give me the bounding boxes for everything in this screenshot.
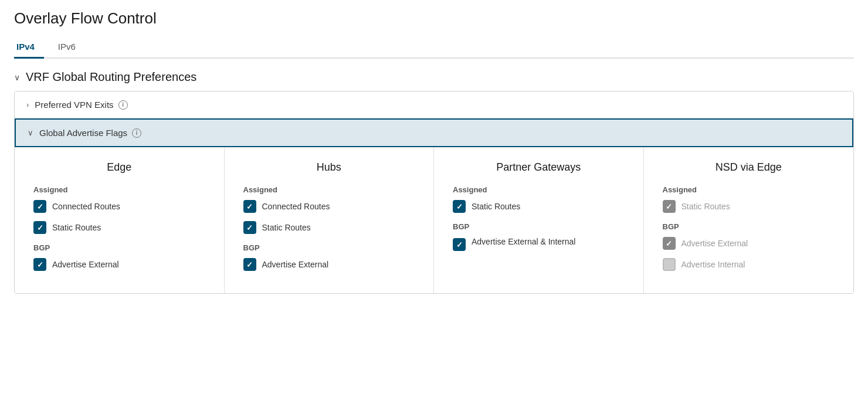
pg-static-routes-row: ✓ Static Routes — [453, 200, 625, 213]
edge-advertise-external-check-icon: ✓ — [37, 261, 43, 269]
vrf-section-header[interactable]: ∨ VRF Global Routing Preferences — [14, 70, 854, 84]
edge-connected-routes-row: ✓ Connected Routes — [33, 200, 205, 213]
global-advertise-info-icon: i — [132, 128, 141, 138]
global-advertise-label: Global Advertise Flags — [39, 128, 127, 138]
page-title: Overlay Flow Control — [14, 9, 854, 28]
column-nsd-via-edge: NSD via Edge Assigned ✓ Static Routes BG… — [644, 147, 854, 293]
edge-connected-routes-label: Connected Routes — [52, 202, 120, 211]
hubs-advertise-external-item: ✓ Advertise External — [243, 258, 329, 271]
preferred-vpn-chevron-icon: › — [26, 100, 29, 109]
column-edge: Edge Assigned ✓ Connected Routes ✓ — [15, 147, 225, 293]
hubs-bgp-label: BGP — [243, 243, 415, 252]
pg-static-routes-checkbox[interactable]: ✓ — [453, 200, 466, 213]
edge-bgp-label: BGP — [33, 243, 205, 252]
pg-assigned-label: Assigned — [453, 185, 625, 194]
column-hubs-title: Hubs — [243, 161, 415, 174]
edge-static-routes-row: ✓ Static Routes — [33, 221, 205, 234]
tabs-bar: IPv4 IPv6 — [14, 37, 854, 59]
hubs-advertise-external-label: Advertise External — [262, 260, 329, 269]
page-container: Overlay Flow Control IPv4 IPv6 ∨ VRF Glo… — [0, 0, 868, 414]
column-nsd-title: NSD via Edge — [663, 161, 835, 174]
edge-static-routes-item: ✓ Static Routes — [33, 221, 101, 234]
hubs-static-routes-item: ✓ Static Routes — [243, 221, 311, 234]
pg-advertise-ext-int-item: ✓ Advertise External & Internal — [453, 237, 575, 251]
hubs-connected-routes-row: ✓ Connected Routes — [243, 200, 415, 213]
nsd-advertise-external-item: ✓ Advertise External — [663, 237, 748, 250]
preferred-vpn-exits-row[interactable]: › Preferred VPN Exits i — [15, 91, 853, 118]
pg-static-routes-item: ✓ Static Routes — [453, 200, 520, 213]
hubs-static-routes-row: ✓ Static Routes — [243, 221, 415, 234]
nsd-advertise-internal-item: Advertise Internal — [663, 258, 745, 271]
hubs-static-routes-check-icon: ✓ — [246, 224, 253, 232]
column-hubs: Hubs Assigned ✓ Connected Routes ✓ — [225, 147, 435, 293]
edge-static-routes-checkbox[interactable]: ✓ — [33, 221, 46, 234]
hubs-advertise-external-checkbox[interactable]: ✓ — [243, 258, 256, 271]
edge-advertise-external-item: ✓ Advertise External — [33, 258, 119, 271]
nsd-advertise-internal-checkbox[interactable] — [663, 258, 676, 271]
tab-ipv6[interactable]: IPv6 — [56, 37, 85, 57]
preferred-vpn-info-icon: i — [118, 100, 128, 110]
hubs-connected-routes-label: Connected Routes — [262, 202, 330, 211]
columns-grid: Edge Assigned ✓ Connected Routes ✓ — [15, 147, 853, 293]
nsd-advertise-external-row: ✓ Advertise External — [663, 237, 835, 250]
nsd-static-routes-row: ✓ Static Routes — [663, 200, 835, 213]
hubs-connected-routes-check-icon: ✓ — [246, 203, 253, 211]
global-advertise-flags-row[interactable]: ∨ Global Advertise Flags i — [15, 118, 853, 147]
nsd-static-routes-label: Static Routes — [681, 202, 730, 211]
nsd-assigned-label: Assigned — [663, 185, 835, 194]
vrf-section-title: VRF Global Routing Preferences — [26, 70, 196, 84]
hubs-advertise-external-check-icon: ✓ — [246, 261, 253, 269]
edge-connected-routes-checkbox[interactable]: ✓ — [33, 200, 46, 213]
nsd-bgp-label: BGP — [663, 222, 835, 231]
nsd-static-routes-check-icon: ✓ — [666, 203, 672, 211]
pg-advertise-ext-int-checkbox[interactable]: ✓ — [453, 238, 466, 251]
tab-ipv4[interactable]: IPv4 — [14, 37, 44, 57]
edge-static-routes-check-icon: ✓ — [37, 224, 43, 232]
column-partner-gateways: Partner Gateways Assigned ✓ Static Route… — [434, 147, 644, 293]
hubs-assigned-label: Assigned — [243, 185, 415, 194]
column-edge-title: Edge — [33, 161, 205, 174]
nsd-advertise-external-label: Advertise External — [681, 239, 748, 248]
edge-advertise-external-label: Advertise External — [52, 260, 119, 269]
hubs-static-routes-checkbox[interactable]: ✓ — [243, 221, 256, 234]
edge-connected-routes-check-icon: ✓ — [37, 203, 43, 211]
pg-bgp-label: BGP — [453, 222, 625, 231]
nsd-advertise-external-checkbox[interactable]: ✓ — [663, 237, 676, 250]
section-box: › Preferred VPN Exits i ∨ Global Adverti… — [14, 91, 854, 294]
global-advertise-chevron-icon: ∨ — [28, 128, 33, 137]
pg-static-routes-check-icon: ✓ — [456, 203, 463, 211]
nsd-static-routes-checkbox[interactable]: ✓ — [663, 200, 676, 213]
edge-static-routes-label: Static Routes — [52, 223, 101, 232]
preferred-vpn-label: Preferred VPN Exits — [35, 100, 113, 110]
edge-advertise-external-row: ✓ Advertise External — [33, 258, 205, 271]
hubs-connected-routes-checkbox[interactable]: ✓ — [243, 200, 256, 213]
hubs-advertise-external-row: ✓ Advertise External — [243, 258, 415, 271]
hubs-connected-routes-item: ✓ Connected Routes — [243, 200, 330, 213]
pg-advertise-ext-int-check-icon: ✓ — [456, 241, 463, 249]
pg-advertise-ext-int-label: Advertise External & Internal — [472, 237, 575, 246]
edge-advertise-external-checkbox[interactable]: ✓ — [33, 258, 46, 271]
vrf-chevron-icon: ∨ — [14, 73, 20, 82]
hubs-static-routes-label: Static Routes — [262, 223, 311, 232]
nsd-advertise-external-check-icon: ✓ — [666, 240, 672, 247]
nsd-advertise-internal-label: Advertise Internal — [681, 260, 745, 269]
pg-advertise-ext-int-row: ✓ Advertise External & Internal — [453, 237, 625, 251]
edge-assigned-label: Assigned — [33, 185, 205, 194]
column-partner-gateways-title: Partner Gateways — [453, 161, 625, 174]
pg-static-routes-label: Static Routes — [472, 202, 520, 211]
nsd-static-routes-item: ✓ Static Routes — [663, 200, 730, 213]
nsd-advertise-internal-row: Advertise Internal — [663, 258, 835, 271]
edge-connected-routes-item: ✓ Connected Routes — [33, 200, 120, 213]
